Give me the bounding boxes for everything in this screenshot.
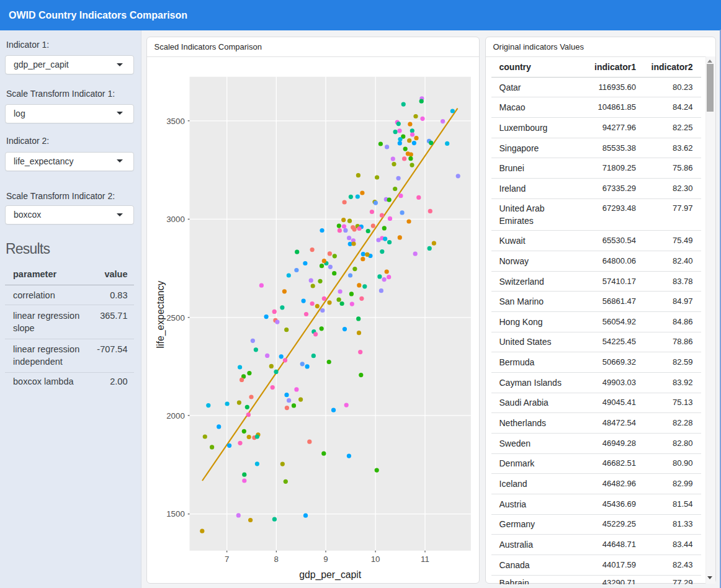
svg-text:8: 8 — [274, 555, 279, 564]
svg-text:7: 7 — [225, 555, 229, 564]
svg-text:gdp_per_capit: gdp_per_capit — [299, 569, 362, 581]
svg-text:3500: 3500 — [166, 116, 185, 125]
svg-text:2000: 2000 — [166, 411, 185, 420]
svg-text:2500: 2500 — [166, 313, 185, 322]
svg-text:10: 10 — [371, 555, 380, 564]
svg-text:life_expectancy: life_expectancy — [155, 280, 166, 348]
svg-text:3000: 3000 — [166, 215, 185, 224]
svg-text:11: 11 — [421, 555, 429, 564]
svg-text:1500: 1500 — [166, 509, 185, 519]
svg-text:9: 9 — [323, 555, 328, 564]
